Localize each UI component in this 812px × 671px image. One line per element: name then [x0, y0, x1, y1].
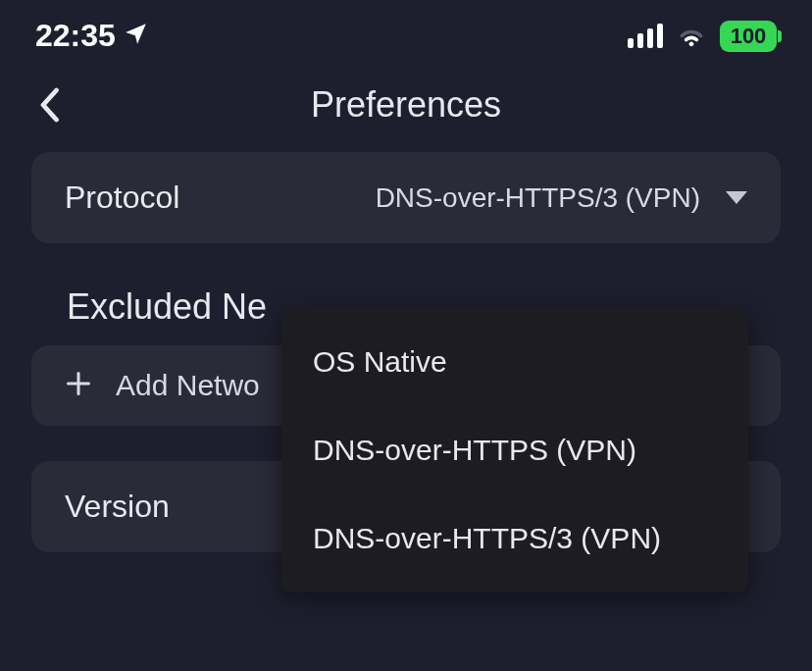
- add-network-label: Add Netwo: [116, 369, 260, 402]
- page-title: Preferences: [311, 84, 501, 126]
- status-bar-left: 22:35: [35, 18, 149, 54]
- nav-header: Preferences: [0, 64, 812, 152]
- protocol-option-os-native[interactable]: OS Native: [281, 318, 748, 406]
- status-time: 22:35: [35, 18, 116, 54]
- status-bar-right: 100: [628, 21, 777, 52]
- cellular-signal-icon: [628, 24, 663, 48]
- version-label: Version: [65, 489, 170, 525]
- protocol-selected-value: DNS-over-HTTPS/3 (VPN): [376, 182, 700, 214]
- protocol-label: Protocol: [65, 180, 179, 216]
- plus-icon: [65, 370, 92, 401]
- wifi-icon: [677, 25, 706, 48]
- protocol-row[interactable]: Protocol DNS-over-HTTPS/3 (VPN): [31, 152, 781, 243]
- chevron-down-icon: [726, 191, 747, 204]
- protocol-select[interactable]: DNS-over-HTTPS/3 (VPN): [376, 182, 747, 214]
- battery-indicator: 100: [720, 21, 777, 52]
- protocol-dropdown-menu: OS Native DNS-over-HTTPS (VPN) DNS-over-…: [281, 308, 748, 593]
- chevron-left-icon: [38, 87, 60, 123]
- back-button[interactable]: [29, 85, 69, 125]
- protocol-option-dns-https[interactable]: DNS-over-HTTPS (VPN): [281, 406, 748, 494]
- location-icon: [124, 18, 149, 54]
- status-bar: 22:35 100: [0, 0, 812, 64]
- protocol-option-dns-https3[interactable]: DNS-over-HTTPS/3 (VPN): [281, 494, 748, 583]
